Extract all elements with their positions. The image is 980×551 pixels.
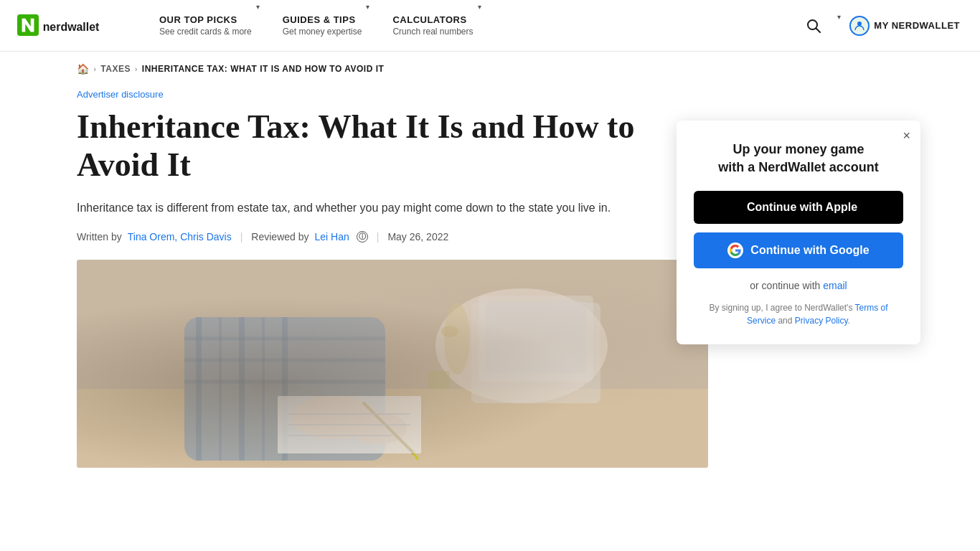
main-nav: OUR TOP PICKS See credit cards & more ▾ … <box>148 0 493 51</box>
signup-popup: × Up your money gamewith a NerdWallet ac… <box>677 121 920 344</box>
image-overlay <box>77 260 708 468</box>
email-link[interactable]: email <box>823 280 847 291</box>
popup-title: Up your money gamewith a NerdWallet acco… <box>694 141 903 176</box>
chevron-down-icon: ▾ <box>366 3 369 11</box>
or-continue-text: or continue with email <box>694 280 903 291</box>
breadcrumb: 🏠 › TAXES › INHERITANCE TAX: WHAT IT IS … <box>77 52 903 83</box>
meta-separator: | <box>240 231 243 242</box>
continue-with-apple-button[interactable]: Continue with Apple <box>694 191 903 224</box>
svg-point-4 <box>857 22 862 26</box>
svg-text:nerdwallet: nerdwallet <box>43 20 100 32</box>
article-hero-image <box>77 260 708 468</box>
article-meta: Written by Tina Orem, Chris Davis | Revi… <box>77 231 708 242</box>
breadcrumb-home[interactable]: 🏠 <box>77 63 90 75</box>
nav-guides-tips[interactable]: GUIDES & TIPS Get money expertise ▾ <box>271 0 382 52</box>
privacy-policy-link[interactable]: Privacy Policy <box>795 316 848 326</box>
chevron-down-icon: ▾ <box>256 3 260 11</box>
breadcrumb-current: INHERITANCE TAX: WHAT IT IS AND HOW TO A… <box>142 64 384 74</box>
advertiser-disclosure[interactable]: Advertiser disclosure <box>77 89 708 100</box>
search-button[interactable] <box>800 12 827 39</box>
nav-calculators[interactable]: CALCULATORS Crunch real numbers ▾ <box>381 0 492 52</box>
google-icon <box>727 242 743 258</box>
article-date: May 26, 2022 <box>387 231 448 242</box>
site-header: nerdwallet OUR TOP PICKS See credit card… <box>0 0 980 52</box>
breadcrumb-taxes[interactable]: TAXES <box>100 64 131 74</box>
author-link[interactable]: Tina Orem, Chris Davis <box>128 231 232 242</box>
written-by-label: Written by <box>77 231 122 242</box>
logo-area[interactable]: nerdwallet <box>17 13 125 39</box>
reviewer-info-icon[interactable]: ⓘ <box>357 231 368 242</box>
article-main: Advertiser disclosure Inheritance Tax: W… <box>77 89 708 468</box>
reviewed-by-label: Reviewed by <box>251 231 308 242</box>
google-g-icon <box>730 245 741 256</box>
breadcrumb-separator-1: › <box>94 65 97 73</box>
reviewer-link[interactable]: Lei Han <box>315 231 349 242</box>
article-subtitle: Inheritance tax is different from estate… <box>77 199 708 217</box>
popup-close-button[interactable]: × <box>903 129 910 142</box>
breadcrumb-separator-2: › <box>135 65 138 73</box>
page-container: 🏠 › TAXES › INHERITANCE TAX: WHAT IT IS … <box>60 52 920 468</box>
nav-our-top-picks[interactable]: OUR TOP PICKS See credit cards & more ▾ <box>148 0 271 52</box>
chevron-down-icon: ▾ <box>478 3 481 11</box>
my-nerdwallet-button[interactable]: MY NERDWALLET <box>847 10 963 42</box>
search-icon <box>806 18 821 34</box>
continue-with-google-button[interactable]: Continue with Google <box>694 232 903 268</box>
avatar <box>849 16 870 36</box>
header-right: ▾ MY NERDWALLET <box>800 10 963 42</box>
popup-terms: By signing up, I agree to NerdWallet's T… <box>694 301 903 327</box>
search-chevron: ▾ <box>837 13 841 21</box>
user-icon <box>854 20 865 32</box>
article-title: Inheritance Tax: What It Is and How to A… <box>77 108 708 184</box>
svg-line-3 <box>816 28 821 32</box>
nerdwallet-logo[interactable]: nerdwallet <box>17 13 125 39</box>
meta-separator-2: | <box>377 231 380 242</box>
